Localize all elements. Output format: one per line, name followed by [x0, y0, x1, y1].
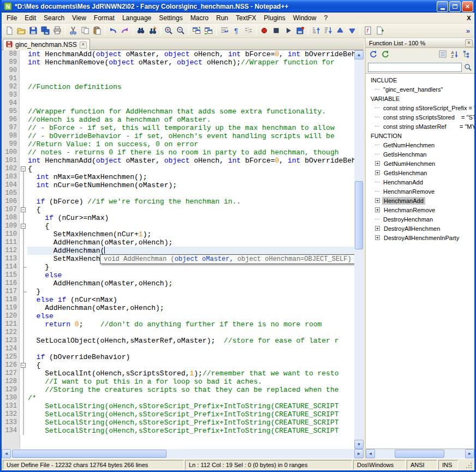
code-line[interactable]: 132 SetLocalString(oHench,sStoreScript_P… [2, 410, 354, 419]
line-number[interactable]: 113 [2, 255, 20, 263]
line-number[interactable]: 93 [2, 91, 20, 99]
code-line[interactable]: 108 if (nCur>=nMax) [2, 214, 354, 222]
fold-margin[interactable] [20, 304, 27, 312]
function-search-input[interactable] [368, 63, 462, 72]
code-line[interactable]: 128 //I want to put this in a for loop s… [2, 378, 354, 386]
sort-desc-button[interactable] [322, 25, 334, 37]
code-line[interactable]: 114 } [2, 263, 354, 271]
line-number[interactable]: 101 [2, 157, 20, 165]
fold-margin[interactable] [20, 427, 27, 435]
vertical-scroll-thumb[interactable] [355, 181, 363, 249]
panel-scroll-thumb[interactable] [395, 450, 444, 458]
line-number[interactable]: 95 [2, 107, 20, 116]
code-line[interactable]: 103 int nMax=GetMaxHenchmen(); [2, 173, 354, 181]
code-line[interactable]: 106 if (bForce) //if we're forcing the h… [2, 198, 354, 206]
panel-close-button[interactable]: × [465, 39, 473, 47]
line-number[interactable]: 118 [2, 296, 20, 304]
line-number[interactable]: 107 [2, 206, 20, 214]
fold-margin[interactable] [20, 238, 27, 247]
scroll-down-icon[interactable]: ▼ [354, 440, 364, 449]
save-macro-button[interactable] [294, 25, 306, 37]
fold-margin[interactable] [20, 271, 27, 279]
fold-margin[interactable] [20, 353, 27, 361]
menu-file[interactable]: File [3, 13, 21, 23]
fold-margin[interactable] [20, 263, 27, 271]
fold-margin[interactable] [20, 386, 27, 394]
code-line[interactable]: 125 if (bOverrideBehavior) [2, 353, 354, 361]
code-line[interactable]: 90 [2, 67, 354, 75]
tree-view-button[interactable] [461, 49, 472, 60]
line-number[interactable]: 123 [2, 337, 20, 345]
fold-margin[interactable] [20, 148, 27, 157]
fold-margin[interactable] [20, 345, 27, 353]
fold-margin[interactable] [20, 378, 27, 386]
sync-v-button[interactable] [191, 25, 203, 37]
menu-close-button[interactable]: X [463, 14, 474, 22]
line-number[interactable]: 131 [2, 402, 20, 410]
play-macro-button[interactable] [282, 25, 294, 37]
fold-margin[interactable] [20, 50, 27, 58]
line-number[interactable]: 96 [2, 116, 20, 124]
line-number[interactable]: 108 [2, 214, 20, 222]
scroll-up-icon[interactable]: ▲ [354, 50, 364, 59]
toolbar-overflow-button[interactable]: » [463, 27, 473, 35]
move-down-button[interactable] [346, 25, 358, 37]
search-icon[interactable] [463, 63, 472, 71]
fold-margin[interactable] [20, 124, 27, 132]
tree-item[interactable]: const string sScriptsStored = "ST [366, 112, 474, 122]
code-line[interactable]: 96//oHench is added as a henchman of oMa… [2, 116, 354, 124]
function-hint-button[interactable]: f [362, 25, 374, 37]
save-button[interactable] [27, 25, 39, 37]
fold-margin[interactable] [20, 67, 27, 75]
panel-horizontal-scrollbar[interactable]: ◄ ► [366, 449, 474, 458]
save-all-button[interactable] [39, 25, 51, 37]
word-wrap-button[interactable] [218, 25, 230, 37]
sort-asc-button[interactable] [310, 25, 322, 37]
fold-margin[interactable] [20, 361, 27, 369]
tree-item[interactable]: const string sStoreScript_Prefix = "S [366, 103, 474, 112]
line-number[interactable]: 128 [2, 378, 20, 386]
panel-scroll-left-icon[interactable]: ◄ [366, 449, 375, 458]
menu-textfx[interactable]: TextFX [232, 13, 260, 23]
menu-settings[interactable]: Settings [155, 13, 186, 23]
tree-item[interactable]: FUNCTION [366, 131, 474, 140]
line-number[interactable]: 92 [2, 83, 20, 91]
fold-margin[interactable] [20, 337, 27, 345]
code-line[interactable]: 111 AddHenchman(oMaster,oHench); [2, 238, 354, 247]
code-line[interactable]: 105 [2, 189, 354, 198]
menu-edit[interactable]: Edit [21, 13, 40, 23]
line-number[interactable]: 117 [2, 288, 20, 296]
copy-button[interactable] [79, 25, 91, 37]
code-line[interactable]: 92//Function definitions [2, 83, 354, 91]
fold-margin[interactable] [20, 369, 27, 378]
code-line[interactable]: 99//Return Value: 1 on success, 0 on err… [2, 140, 354, 148]
menu-search[interactable]: Search [40, 13, 68, 23]
fold-margin[interactable] [20, 116, 27, 124]
line-number[interactable]: 115 [2, 271, 20, 279]
line-number[interactable]: 88 [2, 50, 20, 58]
code-line[interactable]: 94 [2, 99, 354, 107]
line-number[interactable]: 119 [2, 304, 20, 312]
tab-ginc-henchman[interactable]: ginc_henchman.NSS × [3, 39, 90, 50]
code-line[interactable]: 124 [2, 345, 354, 353]
fold-margin[interactable] [20, 312, 27, 320]
fold-margin[interactable] [20, 198, 27, 206]
line-number[interactable]: 99 [2, 140, 20, 148]
line-number[interactable]: 132 [2, 410, 20, 419]
line-number[interactable]: 106 [2, 198, 20, 206]
fold-margin[interactable] [20, 394, 27, 402]
redo-button[interactable] [119, 25, 131, 37]
find-button[interactable] [135, 25, 147, 37]
line-number[interactable]: 129 [2, 386, 20, 394]
fold-margin[interactable] [20, 107, 27, 116]
tree-item[interactable]: +GetNumHenchmen [366, 159, 474, 168]
tree-item[interactable]: +GetIsHenchman [366, 168, 474, 177]
panel-scroll-track[interactable] [375, 449, 465, 458]
fold-margin[interactable] [20, 58, 27, 67]
code-line[interactable]: 129 //Storing the creatures scripts so t… [2, 386, 354, 394]
expand-icon[interactable]: + [375, 198, 380, 203]
tree-item[interactable]: +DestroyAllHenchmen [366, 224, 474, 233]
sync-h-button[interactable] [203, 25, 215, 37]
line-number[interactable]: 104 [2, 181, 20, 189]
menu-?[interactable]: ? [320, 13, 331, 23]
